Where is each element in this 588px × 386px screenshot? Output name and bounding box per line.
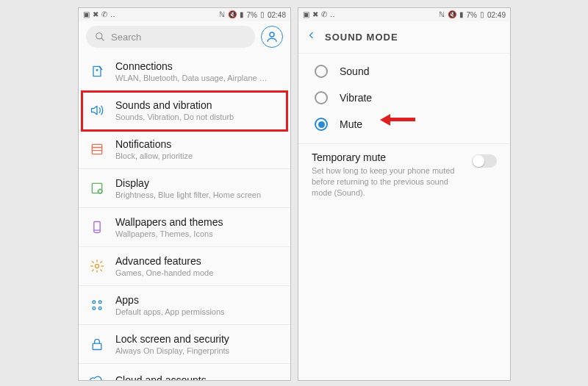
signal-icon: ▮: [459, 11, 464, 18]
call-icon: ✆: [101, 11, 107, 18]
more-icon: ‥: [110, 11, 115, 18]
cloud-icon: [89, 372, 105, 381]
sound-mode-options: SoundVibrateMute: [298, 54, 510, 139]
more-icon: ‥: [330, 11, 335, 18]
svg-point-2: [270, 32, 274, 37]
row-title: Lock screen and security: [115, 333, 229, 345]
radio-label: Sound: [340, 65, 369, 77]
svg-point-18: [98, 307, 101, 310]
battery-text: 7%: [247, 11, 257, 19]
battery-icon: ▯: [260, 11, 265, 18]
svg-point-16: [98, 301, 101, 304]
row-subtitle: Games, One-handed mode: [115, 268, 213, 277]
row-title: Cloud and accounts: [115, 374, 207, 381]
svg-rect-19: [93, 343, 101, 349]
row-subtitle: Brightness, Blue light filter, Home scre…: [115, 190, 261, 199]
row-subtitle: Sounds, Vibration, Do not disturb: [115, 112, 234, 121]
subheader: SOUND MODE: [298, 21, 510, 54]
account-button[interactable]: [261, 26, 283, 48]
temporary-mute-title: Temporary mute: [312, 151, 465, 163]
row-subtitle: Always On Display, Fingerprints: [115, 346, 229, 355]
call-icon: ✆: [321, 11, 327, 18]
row-subtitle: Block, allow, prioritize: [115, 151, 193, 160]
row-title: Apps: [115, 294, 225, 306]
row-title: Notifications: [115, 138, 193, 150]
settings-row-wallpapers[interactable]: Wallpapers and themesWallpapers, Themes,…: [79, 208, 290, 247]
temporary-mute-toggle[interactable]: [472, 154, 497, 168]
settings-row-cloud[interactable]: Cloud and accounts: [79, 364, 290, 381]
clock-text: 02:48: [268, 11, 286, 19]
temporary-mute-desc: Set how long to keep your phone muted be…: [312, 165, 465, 199]
search-placeholder: Search: [111, 32, 141, 43]
notifications-icon: [89, 141, 105, 157]
row-subtitle: Wallpapers, Themes, Icons: [115, 229, 223, 238]
radio-button-icon: [315, 65, 328, 78]
svg-rect-13: [94, 222, 100, 231]
row-title: Sounds and vibration: [115, 99, 234, 111]
radio-label: Vibrate: [340, 92, 372, 104]
search-icon: [95, 32, 105, 42]
temporary-mute-row[interactable]: Temporary mute Set how long to keep your…: [298, 144, 510, 206]
image-icon: ▣: [83, 11, 90, 18]
apps-icon: [89, 297, 105, 313]
status-bar: ▣ ✖ ✆ ‥ ℕ 🔇 ▮ 7% ▯ 02:48: [79, 8, 290, 21]
battery-icon: ▯: [480, 11, 484, 18]
svg-rect-7: [92, 183, 101, 193]
radio-mute[interactable]: Mute: [298, 111, 510, 137]
row-subtitle: WLAN, Bluetooth, Data usage, Airplane mo…: [115, 74, 270, 82]
svg-point-17: [93, 307, 96, 310]
search-input[interactable]: Search: [86, 26, 255, 48]
radio-button-icon: [315, 91, 328, 104]
chevron-left-icon: [307, 29, 316, 41]
nfc-icon: ℕ: [439, 11, 445, 18]
battery-text: 7%: [467, 11, 477, 19]
mute-status-icon: 🔇: [448, 11, 456, 18]
connections-icon: [89, 63, 105, 79]
settings-root-screen: ▣ ✖ ✆ ‥ ℕ 🔇 ▮ 7% ▯ 02:48 Search: [78, 7, 291, 381]
settings-row-display[interactable]: DisplayBrightness, Blue light filter, Ho…: [79, 169, 290, 208]
image-icon: ▣: [303, 11, 309, 18]
radio-button-icon: [315, 118, 328, 131]
nfc-icon: ℕ: [219, 11, 225, 18]
settings-row-notifications[interactable]: NotificationsBlock, allow, prioritize: [79, 130, 290, 169]
settings-list: ConnectionsWLAN, Bluetooth, Data usage, …: [79, 52, 290, 381]
radio-label: Mute: [340, 118, 362, 130]
svg-rect-4: [92, 144, 101, 154]
svg-point-3: [96, 70, 98, 71]
advanced-icon: [89, 258, 105, 274]
settings-row-connections[interactable]: ConnectionsWLAN, Bluetooth, Data usage, …: [79, 52, 290, 91]
sound-mode-screen: ▣ ✖ ✆ ‥ ℕ 🔇 ▮ 7% ▯ 02:49 SOUND MODE Soun…: [298, 7, 511, 381]
radio-vibrate[interactable]: Vibrate: [298, 85, 510, 111]
settings-row-lock[interactable]: Lock screen and securityAlways On Displa…: [79, 325, 290, 364]
svg-line-1: [101, 38, 104, 41]
page-title: SOUND MODE: [325, 32, 398, 43]
signal-icon: ▮: [240, 11, 244, 18]
svg-point-14: [96, 265, 99, 268]
radio-sound[interactable]: Sound: [298, 58, 510, 85]
wallpapers-icon: [89, 219, 105, 235]
mute-status-icon: 🔇: [228, 11, 237, 18]
screenshot-icon: ✖: [312, 11, 318, 18]
svg-point-15: [93, 301, 96, 304]
lock-icon: [89, 336, 105, 352]
search-row: Search: [79, 21, 290, 52]
row-title: Advanced features: [115, 255, 213, 267]
back-button[interactable]: [307, 29, 316, 45]
screenshot-icon: ✖: [93, 11, 98, 18]
svg-point-8: [98, 190, 102, 193]
row-title: Display: [115, 177, 261, 189]
row-subtitle: Default apps, App permissions: [115, 307, 225, 316]
settings-row-advanced[interactable]: Advanced featuresGames, One-handed mode: [79, 247, 290, 286]
person-icon: [265, 30, 279, 43]
clock-text: 02:49: [487, 11, 506, 19]
row-title: Connections: [115, 60, 270, 72]
row-title: Wallpapers and themes: [115, 216, 223, 228]
sound-icon: [89, 102, 105, 118]
display-icon: [89, 180, 105, 196]
svg-point-0: [96, 33, 102, 39]
settings-row-apps[interactable]: AppsDefault apps, App permissions: [79, 286, 290, 325]
status-bar: ▣ ✖ ✆ ‥ ℕ 🔇 ▮ 7% ▯ 02:49: [298, 8, 510, 21]
settings-row-sound[interactable]: Sounds and vibrationSounds, Vibration, D…: [79, 91, 290, 130]
